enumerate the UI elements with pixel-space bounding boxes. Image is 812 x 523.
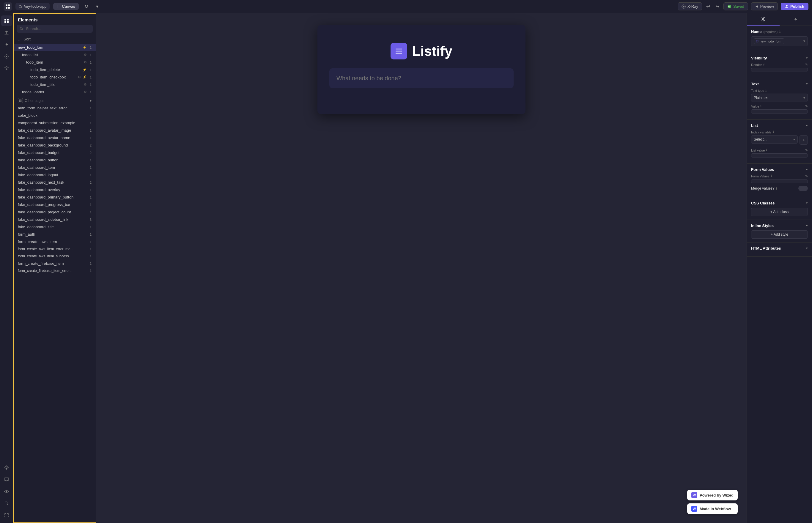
upload-icon[interactable] xyxy=(1,27,12,38)
elements-icon[interactable] xyxy=(1,16,12,26)
message-icon[interactable] xyxy=(1,474,12,485)
form-values-title: Form Values xyxy=(751,167,774,172)
render-if-input[interactable] xyxy=(751,68,808,72)
list-item[interactable]: todo_item_delete ⚡ 1 xyxy=(14,66,96,73)
item-count: 1 xyxy=(90,269,92,272)
list-item[interactable]: new_todo_form ⚡ 1 xyxy=(14,44,96,51)
merge-info-icon: ℹ xyxy=(776,187,777,191)
list-item[interactable]: form_create_aws_item_error_me...1 xyxy=(14,246,96,253)
list-section-header[interactable]: List ▾ xyxy=(751,123,808,128)
topbar: /my-todo-app Canvas ↻ ▾ X-Ray ↩ ↪ Saved … xyxy=(0,0,812,13)
app-logo[interactable] xyxy=(4,2,12,11)
list-value-edit-icon[interactable]: ✎ xyxy=(805,148,808,152)
list-item[interactable]: form_create_aws_item_success...1 xyxy=(14,253,96,260)
merge-toggle[interactable] xyxy=(798,186,808,191)
file-label: /my-todo-app xyxy=(24,4,47,8)
lightning-icon[interactable] xyxy=(1,39,12,50)
svg-rect-1 xyxy=(8,4,10,6)
bolt-tab[interactable] xyxy=(780,13,812,25)
publish-button[interactable]: Publish xyxy=(781,3,808,10)
list-item[interactable]: todo_item ⚙ 1 xyxy=(14,58,96,66)
components-icon[interactable] xyxy=(1,51,12,62)
item-count: 1 xyxy=(90,60,92,64)
list-item[interactable]: form_create_firebase_item1 xyxy=(14,260,96,267)
dropdown-chevron[interactable]: ▾ xyxy=(94,3,100,10)
xray-button[interactable]: X-Ray xyxy=(678,2,702,11)
list-item[interactable]: fake_dashboard_overlay1 xyxy=(14,186,96,194)
eye-icon[interactable] xyxy=(1,486,12,497)
settings-tab[interactable] xyxy=(747,13,780,25)
svg-point-15 xyxy=(5,502,7,504)
form-values-edit-icon[interactable]: ✎ xyxy=(805,174,808,178)
search-bar[interactable] xyxy=(17,25,93,33)
list-item[interactable]: component_submission_example1 xyxy=(14,119,96,127)
canvas-tab[interactable]: Canvas xyxy=(53,3,79,10)
app-input[interactable] xyxy=(329,68,513,88)
form-values-header[interactable]: Form Values ▾ xyxy=(751,167,808,172)
list-item[interactable]: fake_dashboard_project_count1 xyxy=(14,208,96,216)
list-item[interactable]: fake_dashboard_primary_button1 xyxy=(14,194,96,201)
list-item[interactable]: fake_dashboard_background2 xyxy=(14,141,96,149)
item-icons: ⚙ 1 xyxy=(84,53,92,57)
html-attributes-chevron: ▾ xyxy=(806,246,808,250)
wized-watermark[interactable]: W Powered by Wized xyxy=(687,490,738,501)
list-item[interactable]: fake_dashboard_logout1 xyxy=(14,171,96,179)
sort-row[interactable]: Sort xyxy=(14,36,96,44)
list-item[interactable]: fake_dashboard_item1 xyxy=(14,164,96,171)
redo-button[interactable]: ↪ xyxy=(714,2,720,11)
add-class-button[interactable]: + Add class xyxy=(751,208,808,216)
search-icon-rail[interactable] xyxy=(1,498,12,509)
expand-icon[interactable] xyxy=(1,510,12,521)
saved-button[interactable]: Saved xyxy=(723,2,748,11)
list-item[interactable]: fake_dashboard_budget2 xyxy=(14,149,96,156)
value-edit-icon[interactable]: ✎ xyxy=(805,104,808,108)
list-item[interactable]: color_block4 xyxy=(14,112,96,119)
list-item[interactable]: todo_item_checkbox ⚙ ⚡ 1 xyxy=(14,73,96,81)
add-style-button[interactable]: + Add style xyxy=(751,230,808,239)
text-section-header[interactable]: Text ▾ xyxy=(751,82,808,86)
list-item[interactable]: todos_list ⚙ 1 xyxy=(14,51,96,58)
list-item[interactable]: form_create_aws_item1 xyxy=(14,238,96,246)
list-item[interactable]: todos_loader ⚙ 1 xyxy=(14,88,96,96)
html-attributes-header[interactable]: HTML Attributes ▾ xyxy=(751,246,808,251)
add-index-button[interactable]: + xyxy=(799,135,808,145)
inline-styles-header[interactable]: Inline Styles ▾ xyxy=(751,223,808,228)
index-select[interactable]: Select... ▾ xyxy=(751,135,798,144)
name-select[interactable]: ⊡ new_todo_form ▾ xyxy=(751,36,808,46)
undo-button[interactable]: ↩ xyxy=(705,2,711,11)
list-value-input[interactable] xyxy=(751,154,808,158)
item-name: fake_dashboard_logout xyxy=(18,173,89,177)
list-item[interactable]: todo_item_title ⚙ 1 xyxy=(14,81,96,88)
list-item[interactable]: fake_dashboard_avatar_image1 xyxy=(14,127,96,134)
value-input[interactable] xyxy=(751,109,808,113)
render-if-edit[interactable]: ✎ xyxy=(805,63,808,67)
list-item[interactable]: fake_dashboard_avatar_name1 xyxy=(14,134,96,141)
list-item[interactable]: form_create_firebase_item_error...1 xyxy=(14,267,96,274)
file-tab[interactable]: /my-todo-app xyxy=(16,3,50,10)
form-values-input[interactable] xyxy=(751,179,808,183)
search-input[interactable] xyxy=(26,26,90,31)
list-item[interactable]: fake_dashboard_title1 xyxy=(14,223,96,231)
other-pages-section[interactable]: ⊡ Other pages ▾ xyxy=(14,96,96,104)
visibility-title: Visibility xyxy=(751,56,767,60)
merge-values-row: Merge values? ℹ xyxy=(751,186,808,191)
list-item[interactable]: auth_form_helper_text_error1 xyxy=(14,104,96,112)
item-count: 1 xyxy=(90,188,92,192)
text-type-select[interactable]: Plain text ▾ xyxy=(751,94,808,102)
gear-icon[interactable] xyxy=(1,463,12,473)
refresh-button[interactable]: ↻ xyxy=(82,2,91,11)
css-classes-header[interactable]: CSS Classes ▾ xyxy=(751,201,808,205)
list-item[interactable]: fake_dashboard_next_task2 xyxy=(14,179,96,186)
list-item[interactable]: form_auth1 xyxy=(14,231,96,238)
layers-icon[interactable] xyxy=(1,63,12,74)
canvas-area[interactable]: Listify W Powered by Wized W Made in Web… xyxy=(96,13,746,523)
index-placeholder: Select... xyxy=(754,137,766,141)
list-item[interactable]: fake_dashboard_button1 xyxy=(14,156,96,164)
item-name: color_block xyxy=(18,113,89,118)
list-item[interactable]: fake_dashboard_progress_bar1 xyxy=(14,201,96,208)
text-section: Text ▾ Text type ℹ Plain text ▾ Value ℹ … xyxy=(747,78,812,120)
visibility-section-header[interactable]: Visibility ▾ xyxy=(751,56,808,60)
list-item[interactable]: fake_dashboard_sidebar_link3 xyxy=(14,216,96,223)
preview-button[interactable]: Preview xyxy=(751,2,778,11)
webflow-watermark[interactable]: W Made in Webflow xyxy=(687,503,738,514)
